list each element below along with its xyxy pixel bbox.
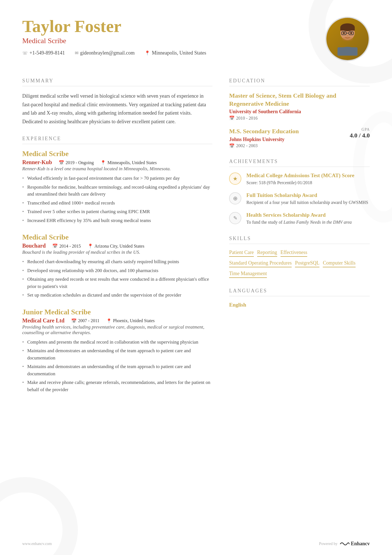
- job-title-3: Junior Medical Scribe: [22, 308, 212, 316]
- edu-dates-2: 📅 2002 - 2003: [229, 143, 299, 149]
- header: Taylor Foster Medical Scribe ☏ +1-549-89…: [22, 17, 370, 67]
- svg-rect-2: [340, 27, 355, 31]
- avatar-image: [326, 18, 369, 60]
- experience-entry-3: Junior Medical Scribe Medical Care Ltd 📅…: [22, 308, 212, 394]
- calendar-icon-1: 📅: [59, 160, 64, 165]
- footer-website: www.enhancv.com: [22, 542, 52, 546]
- location-icon-2: 📍: [88, 243, 93, 249]
- contact-location: 📍 Minneapolis, United States: [145, 50, 206, 56]
- skill-patient-care: Patient Care: [229, 250, 254, 257]
- bullet-item: Maintains and demonstrates an understand…: [22, 346, 212, 362]
- bullet-item: Responsible for medicine, healthcare ter…: [22, 183, 212, 199]
- location-1: 📍 Minneapolis, Unided States: [100, 160, 157, 165]
- languages-section-title: LANGUAGES: [229, 288, 370, 296]
- phone-icon: ☏: [22, 50, 28, 56]
- edu-gpa-box: GPA 4.0 / 4.0: [350, 127, 370, 139]
- candidate-name: Taylor Foster: [22, 17, 206, 36]
- skill-postgresql: PostgreSQL: [295, 260, 319, 267]
- skill-sop: Standard Operating Procedures: [229, 260, 292, 267]
- svg-point-6: [343, 32, 345, 34]
- achievement-icon-2: ⊕: [229, 192, 241, 204]
- achievement-content-1: Medical College Admissions Test (MCAT) S…: [246, 172, 354, 186]
- company-3: Medical Care Ltd: [22, 317, 64, 324]
- calendar-icon-2: 📅: [52, 243, 58, 249]
- degree-2: M.S. Secondary Education: [229, 127, 299, 135]
- achievement-desc-2: Recipient of a four year full tuition sc…: [246, 199, 368, 206]
- bullet-item: Maintains and demonstrates an understand…: [22, 362, 212, 378]
- achievement-title-2: Full Tuition Scholarship Award: [246, 192, 368, 198]
- bullet-item: Obtaining any needed records or test res…: [22, 275, 212, 291]
- avatar: [325, 17, 370, 61]
- bullet-item: Transcribed and edited 1000+ medical rec…: [22, 199, 212, 208]
- dates-3: 📅 2007 - 2011: [71, 318, 100, 324]
- enhancv-brand-name: Enhancv: [351, 541, 370, 547]
- header-info: Taylor Foster Medical Scribe ☏ +1-549-89…: [22, 17, 206, 56]
- achievement-content-2: Full Tuition Scholarship Award Recipient…: [246, 192, 368, 206]
- experience-entry-2: Medical Scribe Bouchard 📅 2014 - 2015 📍 …: [22, 233, 212, 300]
- bullets-1: Worked efficiently in fast-paced environ…: [22, 174, 212, 225]
- achievement-icon-3: ✎: [229, 212, 241, 224]
- gpa-label: GPA: [350, 127, 370, 132]
- skills-section-title: SKILLS: [229, 236, 370, 244]
- email-icon: ✉: [75, 50, 78, 56]
- school-1: University of Southern California: [229, 109, 370, 115]
- achievement-desc-1: Score: 518 (97th Percentile) 01/2018: [246, 179, 354, 186]
- bullets-3: Completes and presents the medical recor…: [22, 338, 212, 394]
- skill-reporting: Reporting: [257, 250, 277, 257]
- edu-gpa-row: M.S. Secondary Education Johns Hopkins U…: [229, 127, 370, 149]
- main-content: SUMMARY Diligent medical scribe well ver…: [22, 78, 370, 402]
- skills-tags: Patient Care Reporting Effectiveness Sta…: [229, 250, 370, 278]
- footer: www.enhancv.com Powered by Enhancv: [22, 541, 370, 547]
- edu-dates-1: 📅 2010 - 2016: [229, 115, 370, 121]
- achievement-desc-3: To fund the study of Latino Family Needs…: [246, 219, 352, 226]
- calendar-icon-3: 📅: [71, 318, 77, 324]
- enhancv-logo: Enhancv: [340, 541, 370, 547]
- bullet-item: Make and receive phone calls; generate r…: [22, 378, 212, 394]
- gpa-value: 4.0 / 4.0: [350, 132, 370, 139]
- skill-time-management: Time Management: [229, 271, 267, 278]
- achievement-content-3: Health Services Scholarship Award To fun…: [246, 212, 352, 226]
- experience-section-title: EXPERIENCE: [22, 136, 212, 144]
- svg-point-8: [347, 35, 348, 36]
- skill-effectiveness: Effectiveness: [281, 250, 307, 257]
- location-2: 📍 Arizona City, Unided States: [88, 243, 144, 249]
- achievement-3: ✎ Health Services Scholarship Award To f…: [229, 212, 370, 226]
- location-icon-1: 📍: [100, 160, 106, 165]
- education-entry-1: Master of Science, Stem Cell Biology and…: [229, 92, 370, 121]
- company-2: Bouchard: [22, 243, 46, 249]
- edu-degree-info: M.S. Secondary Education Johns Hopkins U…: [229, 127, 299, 149]
- education-section-title: EDUCATION: [229, 78, 370, 86]
- achievement-icon-1: ★: [229, 172, 241, 185]
- edu-calendar-icon-2: 📅: [229, 143, 235, 149]
- company-desc-1: Renner-Kub is a level one trauma hospita…: [22, 166, 212, 172]
- left-column: SUMMARY Diligent medical scribe well ver…: [22, 78, 212, 402]
- experience-entry-1: Medical Scribe Renner-Kub 📅 2019 - Ongoi…: [22, 150, 212, 225]
- skill-computer: Computer Skills: [323, 260, 356, 267]
- achievement-title-1: Medical College Admissions Test (MCAT) S…: [246, 172, 354, 179]
- powered-by-text: Powered by: [319, 542, 338, 546]
- bullet-item: Developed strong relationship with 200 d…: [22, 266, 212, 275]
- enhancv-logo-icon: [340, 541, 350, 547]
- contact-phone: ☏ +1-549-899-8141: [22, 50, 65, 56]
- summary-section-title: SUMMARY: [22, 78, 212, 86]
- bullet-item: Increased EHR efficiency by 35% and buil…: [22, 216, 212, 225]
- bullet-item: Reduced chart-downloading by ensuring al…: [22, 257, 212, 266]
- email-address: gideonbraylen@gmail.com: [80, 50, 135, 56]
- phone-number: +1-549-899-8141: [29, 50, 65, 56]
- dates-1: 📅 2019 - Ongoing: [59, 160, 94, 165]
- job-title-2: Medical Scribe: [22, 233, 212, 241]
- language-english: English: [229, 302, 370, 308]
- svg-point-9: [342, 37, 353, 41]
- company-desc-3: Providing health services, including pre…: [22, 324, 212, 336]
- summary-text: Diligent medical scribe well versed in b…: [22, 92, 212, 126]
- contact-bar: ☏ +1-549-899-8141 ✉ gideonbraylen@gmail.…: [22, 50, 206, 56]
- achievement-2: ⊕ Full Tuition Scholarship Award Recipie…: [229, 192, 370, 206]
- school-2: Johns Hopkins University: [229, 137, 299, 142]
- bullet-item: Worked efficiently in fast-paced environ…: [22, 174, 212, 183]
- company-1: Renner-Kub: [22, 159, 52, 166]
- contact-email: ✉ gideonbraylen@gmail.com: [75, 50, 135, 56]
- job-title-1: Medical Scribe: [22, 150, 212, 158]
- dates-2: 📅 2014 - 2015: [52, 243, 81, 249]
- svg-rect-11: [338, 47, 358, 56]
- company-desc-2: Bouchard is the leading provider of medi…: [22, 250, 212, 255]
